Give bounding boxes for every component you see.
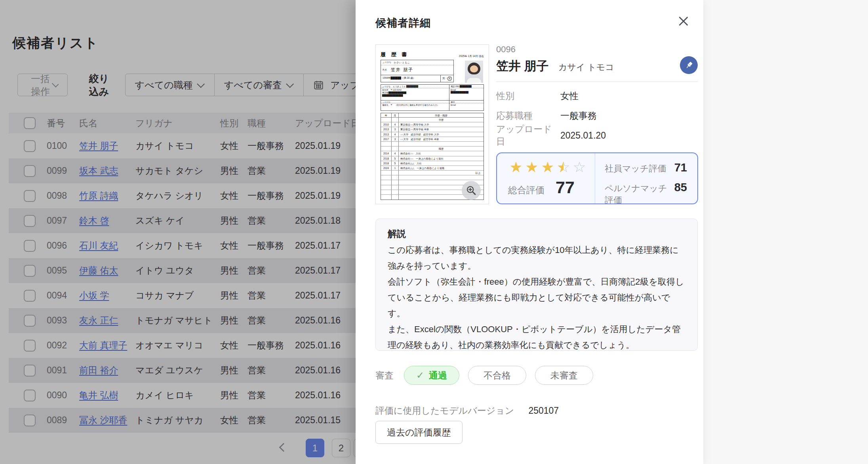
- select-all-checkbox[interactable]: [24, 117, 36, 129]
- table-row[interactable]: 0095伊藤 佑太イトウ ユウタ男性営業2025.01.17: [9, 258, 356, 283]
- row-checkbox[interactable]: [24, 215, 36, 227]
- cell-job: 営業: [247, 389, 295, 401]
- table-row[interactable]: 0098竹原 詩織タケハラ シオリ女性一般事務2025.01.19: [9, 183, 356, 208]
- page-button-2[interactable]: 2: [332, 439, 350, 457]
- candidate-name-link[interactable]: 小坂 学: [79, 290, 109, 300]
- cell-id: 0097: [47, 215, 79, 226]
- row-checkbox[interactable]: [24, 365, 36, 377]
- resume-history-row: 20104東京都立○○高等学校 入学: [381, 122, 483, 127]
- zoom-in-icon[interactable]: [462, 181, 481, 200]
- table-row[interactable]: 0094小坂 学コサカ マナブ男性営業2025.01.17: [9, 283, 356, 308]
- row-checkbox[interactable]: [24, 415, 36, 426]
- close-icon[interactable]: [676, 13, 691, 29]
- row-checkbox[interactable]: [24, 340, 36, 352]
- cell-kana: コサカ マナブ: [135, 289, 220, 302]
- table-row[interactable]: 0096石川 友紀イシカワ トモキ女性一般事務2025.01.17: [9, 233, 356, 258]
- resume-thumbnail[interactable]: 履 歴 書 2025年 1月 14日 現在 ふりがなかさい ともこ 氏名笠井 朋…: [375, 44, 489, 204]
- candidate-name-link[interactable]: 伊藤 佑太: [79, 265, 118, 276]
- resume-history-row: [381, 142, 483, 146]
- candidate-name: 笠井 朋子: [496, 58, 549, 74]
- previous-page-chevron-icon[interactable]: [279, 443, 288, 452]
- row-checkbox[interactable]: [24, 165, 36, 177]
- table-row[interactable]: 0099坂本 武志サカモト タケシ男性営業2025.01.19: [9, 158, 356, 183]
- candidate-id: 0096: [496, 44, 698, 55]
- cell-gender: 男性: [220, 389, 247, 401]
- commentary-paragraph: この応募者は、事務職としての実務経験が10年以上あり、特に経理業務に強みを持って…: [388, 242, 685, 274]
- model-version-row: 評価に使用したモデルバージョン 250107: [375, 405, 559, 417]
- cell-gender: 女性: [220, 414, 247, 426]
- column-header-name[interactable]: 氏名: [79, 117, 135, 129]
- review-option-selected[interactable]: ✓通過: [404, 366, 459, 385]
- cell-job: 営業: [247, 289, 295, 302]
- candidate-name-link[interactable]: 亀井 弘樹: [79, 390, 118, 400]
- row-checkbox[interactable]: [24, 265, 36, 277]
- cell-kana: オオマエ マリコ: [135, 339, 220, 352]
- persona-match-value: 85: [674, 181, 687, 194]
- chevron-down-icon: [286, 80, 294, 88]
- candidate-name-link[interactable]: 石川 友紀: [79, 240, 118, 251]
- cell-kana: トモナガ マサヒト: [135, 314, 220, 327]
- panel-title: 候補者詳細: [375, 16, 431, 30]
- review-option-button[interactable]: 未審査: [535, 366, 593, 385]
- resume-history-row: 20241株式会社△△ 一身上の都合により退職: [381, 166, 483, 171]
- review-label: 審査: [375, 369, 394, 382]
- model-version-value: 250107: [528, 405, 559, 416]
- star-rating: ★★★☆★☆: [508, 160, 595, 175]
- review-option-button[interactable]: 不合格: [468, 366, 526, 385]
- candidate-name-link[interactable]: 竹原 詩織: [79, 190, 118, 201]
- cell-id: 0099: [47, 165, 79, 176]
- commentary-paragraph: 会計ソフト（弥生会計・freee）の使用経験が豊富で、日商簿記2級を取得している…: [388, 274, 685, 321]
- pin-button[interactable]: [680, 56, 698, 74]
- resume-history-row: 20173○○大学 経済学部 経営学科 卒業: [381, 137, 483, 142]
- table-row[interactable]: 0093友永 正仁トモナガ マサヒト男性営業2025.01.16: [9, 308, 356, 333]
- evaluation-history-button[interactable]: 過去の評価履歴: [375, 421, 463, 444]
- candidate-table: 番号 氏名 フリガナ 性別 職種 アップロード日 0100笠井 朋子カサイ トモ…: [9, 113, 356, 433]
- cell-job: 営業: [247, 364, 295, 377]
- column-header-kana[interactable]: フリガナ: [135, 117, 220, 129]
- candidate-name-link[interactable]: 友永 正仁: [79, 315, 118, 325]
- cell-upload-date: 2025.01.17: [295, 240, 356, 251]
- table-row[interactable]: 0097鈴木 啓スズキ ケイ男性営業2025.01.18: [9, 208, 356, 233]
- resume-history-row: 20134○○大学 経済学部 経営学科 入学: [381, 132, 483, 137]
- toolbar: 一括操作 絞り込み すべての職種 すべての審査: [17, 74, 356, 96]
- review-status-filter-select[interactable]: すべての審査: [214, 74, 303, 96]
- column-header-id[interactable]: 番号: [47, 117, 79, 129]
- table-row[interactable]: 0100笠井 朋子カサイ トモコ女性一般事務2025.01.19: [9, 133, 356, 158]
- row-checkbox[interactable]: [24, 390, 36, 401]
- table-row[interactable]: 0090亀井 弘樹カメイ ヒロキ男性営業2025.01.16: [9, 383, 356, 408]
- row-checkbox[interactable]: [24, 140, 36, 152]
- table-row[interactable]: 0089冨永 沙耶香トミナガ サヤカ女性営業2025.01.15: [9, 408, 356, 433]
- cell-kana: イシカワ トモキ: [135, 240, 220, 252]
- resume-history-row: 以上: [381, 171, 483, 175]
- row-checkbox[interactable]: [24, 190, 36, 202]
- candidate-name-link[interactable]: 鈴木 啓: [79, 215, 109, 226]
- row-checkbox[interactable]: [24, 240, 36, 252]
- employee-match-row: 社員マッチ評価 71: [605, 161, 687, 175]
- candidate-name-link[interactable]: 坂本 武志: [79, 165, 118, 176]
- column-header-job[interactable]: 職種: [247, 117, 295, 129]
- row-checkbox[interactable]: [24, 290, 36, 302]
- page-button-1[interactable]: 1: [306, 439, 324, 457]
- field-upload-date: アップロード日 2025.01.20: [496, 126, 698, 145]
- column-header-gender[interactable]: 性別: [220, 117, 247, 129]
- table-row[interactable]: 0091前田 裕介マエダ ユウスケ男性営業2025.01.16: [9, 358, 356, 383]
- cell-upload-date: 2025.01.18: [295, 215, 356, 226]
- candidate-name-link[interactable]: 前田 裕介: [79, 365, 118, 375]
- resume-history-row: 20133東京都立○○高等学校 卒業: [381, 127, 483, 132]
- candidate-name-link[interactable]: 冨永 沙耶香: [79, 415, 127, 425]
- commentary-body: この応募者は、事務職としての実務経験が10年以上あり、特に経理業務に強みを持って…: [388, 242, 685, 351]
- review-row: 審査 ✓通過不合格未審査: [375, 366, 602, 385]
- cell-gender: 女性: [220, 339, 247, 352]
- column-header-upload-date[interactable]: アップロード日: [295, 117, 356, 129]
- candidate-name-link[interactable]: 笠井 朋子: [79, 141, 118, 151]
- upload-date-filter-select[interactable]: アップロード日: [303, 74, 356, 96]
- candidate-name-link[interactable]: 大前 真理子: [79, 340, 127, 350]
- job-type-filter-select[interactable]: すべての職種: [126, 74, 214, 96]
- bulk-action-button[interactable]: 一括操作: [17, 74, 68, 96]
- cell-upload-date: 2025.01.19: [295, 190, 356, 201]
- table-row[interactable]: 0092大前 真理子オオマエ マリコ女性一般事務2025.01.16: [9, 333, 356, 358]
- row-checkbox[interactable]: [24, 315, 36, 327]
- cell-upload-date: 2025.01.17: [295, 290, 356, 301]
- candidate-list-region: 候補者リスト 一括操作 絞り込み すべての職種 すべての審査: [0, 0, 356, 464]
- resume-doc-title: 履 歴 書: [381, 51, 409, 58]
